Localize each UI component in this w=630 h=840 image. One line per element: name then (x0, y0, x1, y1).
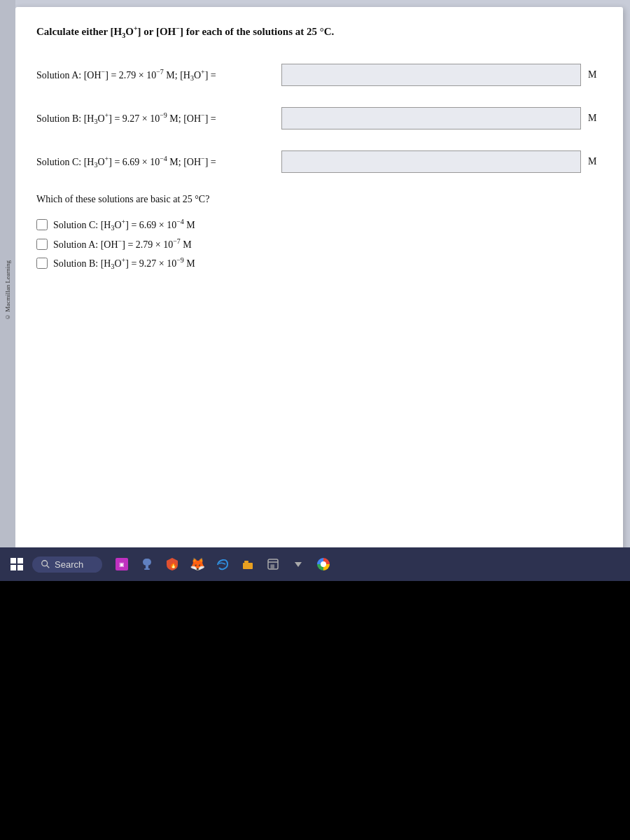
search-bar[interactable]: Search (32, 556, 102, 573)
shield-icon-button[interactable]: 🔥 (161, 553, 183, 575)
solution-a-input[interactable] (281, 64, 581, 86)
chrome-icon (317, 558, 330, 570)
start-button[interactable] (6, 553, 28, 575)
bottom-area (0, 581, 630, 840)
solution-b-label: Solution B: [H3O+] = 9.27 × 10−9 M; [OH−… (36, 111, 274, 125)
taskbar: Search ▣ 🔥 🦊 (0, 547, 630, 581)
which-question: Which of these solutions are basic at 25… (36, 194, 602, 205)
svg-rect-6 (243, 563, 253, 569)
search-icon (41, 559, 50, 569)
checkbox-a-label: Solution A: [OH−] = 2.79 × 10−7 M (53, 237, 192, 251)
microphone-icon (141, 558, 153, 570)
snap-icon-button[interactable]: ▣ (111, 553, 133, 575)
checkbox-c-label: Solution C: [H3O+] = 6.69 × 10−4 M (53, 218, 195, 232)
solution-b-row: Solution B: [H3O+] = 9.27 × 10−9 M; [OH−… (36, 107, 602, 130)
question-title: Calculate either [H3O+] or [OH−] for eac… (36, 24, 602, 39)
firefox-icon-button[interactable]: 🦊 (186, 553, 209, 575)
calendar-icon-button[interactable]: ▦ (262, 553, 284, 575)
checkbox-solution-a[interactable] (36, 239, 48, 250)
svg-point-0 (42, 561, 48, 566)
solution-c-input[interactable] (281, 150, 581, 173)
chrome-icon-button[interactable] (312, 553, 335, 575)
solution-a-unit: M (588, 69, 602, 80)
svg-line-1 (47, 566, 50, 568)
arrow-icon-button[interactable] (287, 553, 309, 575)
svg-rect-7 (244, 561, 248, 563)
solution-b-unit: M (588, 113, 602, 124)
edge-icon (216, 558, 229, 570)
checkbox-item-a: Solution A: [OH−] = 2.79 × 10−7 M (36, 237, 602, 251)
checkbox-group: Solution C: [H3O+] = 6.69 × 10−4 M Solut… (36, 218, 602, 271)
pin-icon-button[interactable] (237, 553, 259, 575)
solution-c-label: Solution C: [H3O+] = 6.69 × 10−4 M; [OH−… (36, 155, 274, 169)
solution-a-label: Solution A: [OH−] = 2.79 × 10−7 M; [H3O+… (36, 68, 274, 82)
shield-icon: 🔥 (166, 557, 178, 571)
checkbox-item-b: Solution B: [H3O+] = 9.27 × 10−9 M (36, 256, 602, 270)
teams-icon-button[interactable] (136, 553, 158, 575)
checkbox-item-c: Solution C: [H3O+] = 6.69 × 10−4 M (36, 218, 602, 232)
solution-c-unit: M (588, 156, 602, 167)
question-panel: Calculate either [H3O+] or [OH−] for eac… (15, 7, 623, 574)
firefox-icon: 🦊 (190, 556, 205, 572)
main-content: © Macmillan Learning Calculate either [H… (0, 0, 630, 581)
svg-rect-2 (143, 559, 151, 566)
snap-icon: ▣ (115, 558, 128, 570)
solution-b-input[interactable] (281, 107, 581, 130)
pin-icon (241, 558, 254, 570)
svg-rect-4 (144, 568, 150, 570)
checkbox-solution-c[interactable] (36, 219, 48, 230)
windows-icon (10, 558, 23, 570)
checkbox-b-label: Solution B: [H3O+] = 9.27 × 10−9 M (53, 256, 195, 270)
copyright-label: © Macmillan Learning (0, 0, 15, 581)
checkbox-solution-b[interactable] (36, 258, 48, 269)
calendar-icon: ▦ (267, 558, 279, 570)
search-label: Search (55, 559, 83, 570)
edge-icon-button[interactable] (211, 553, 234, 575)
taskbar-icons: ▣ 🔥 🦊 (111, 553, 335, 575)
svg-text:▦: ▦ (270, 564, 275, 569)
solution-a-row: Solution A: [OH−] = 2.79 × 10−7 M; [H3O+… (36, 64, 602, 86)
arrow-down-icon (295, 562, 302, 567)
svg-rect-3 (146, 566, 148, 568)
solution-c-row: Solution C: [H3O+] = 6.69 × 10−4 M; [OH−… (36, 150, 602, 173)
svg-text:🔥: 🔥 (169, 561, 178, 569)
